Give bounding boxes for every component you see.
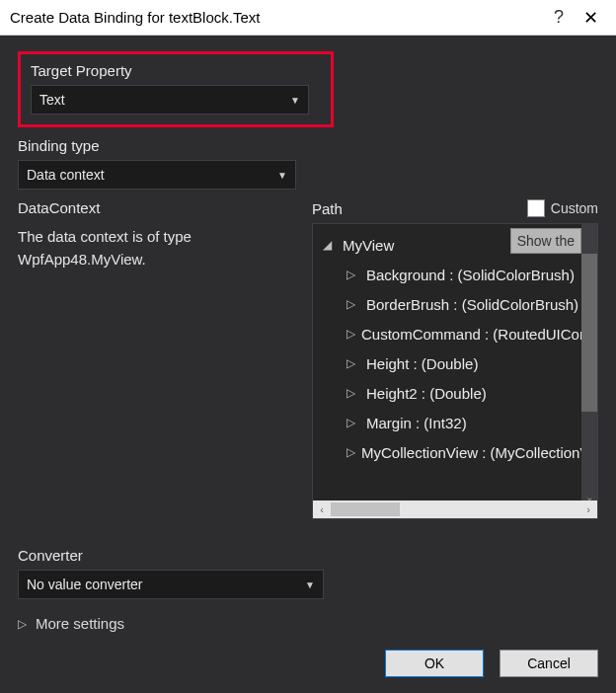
expander-icon: ▷ [18,617,32,631]
vertical-scrollbar[interactable]: ⌄ [581,224,597,502]
expander-icon[interactable]: ▷ [346,327,355,341]
more-settings-expander[interactable]: ▷ More settings [18,615,598,632]
datacontext-text: The data context is of type WpfApp48.MyV… [18,222,288,270]
tree-item[interactable]: ▷Margin : (Int32) [317,408,593,437]
cancel-button[interactable]: Cancel [500,650,598,677]
more-settings-label: More settings [36,615,124,632]
binding-type-dropdown[interactable]: Data context ▼ [18,160,296,190]
scrollbar-thumb[interactable] [331,502,400,516]
custom-label: Custom [551,200,598,216]
chevron-down-icon: ▼ [305,579,315,590]
expander-icon[interactable]: ▷ [346,356,360,370]
show-button[interactable]: Show the [510,228,581,254]
target-property-highlight: Target Property Text ▼ [18,51,334,127]
chevron-down-icon: ▼ [290,95,300,106]
horizontal-scrollbar[interactable]: ‹ › [313,500,597,518]
chevron-down-icon: ▼ [277,170,287,181]
title-bar: Create Data Binding for textBlock.Text ?… [0,0,616,36]
custom-checkbox[interactable] [527,199,545,217]
target-property-dropdown[interactable]: Text ▼ [31,85,309,115]
tree-item[interactable]: ▷Height : (Double) [317,348,593,378]
tree-item[interactable]: ▷MyCollectionView : (MyCollectionView) [317,437,593,467]
expander-icon[interactable]: ▷ [346,445,355,459]
binding-type-value: Data context [27,167,105,183]
tree-item[interactable]: ▷Height2 : (Double) [317,378,593,408]
ok-button[interactable]: OK [385,650,484,677]
dialog-title: Create Data Binding for textBlock.Text [10,9,543,26]
datacontext-label: DataContext [18,199,288,216]
scrollbar-thumb[interactable] [581,254,597,412]
expander-icon[interactable]: ▷ [346,297,360,311]
converter-value: No value converter [27,577,143,592]
expander-icon[interactable]: ▷ [346,416,360,429]
path-label: Path [312,200,343,217]
target-property-value: Text [39,92,65,108]
expander-open-icon[interactable]: ◢ [323,238,337,252]
tree-item[interactable]: ▷CustomCommand : (RoutedUICommand) [317,319,593,348]
path-tree[interactable]: Show the ◢ MyView ▷Background : (SolidCo… [312,223,598,519]
target-property-label: Target Property [31,62,321,79]
binding-type-label: Binding type [18,137,598,154]
converter-dropdown[interactable]: No value converter ▼ [18,570,324,599]
expander-icon[interactable]: ▷ [346,386,360,400]
converter-label: Converter [18,547,598,564]
tree-item[interactable]: ▷BorderBrush : (SolidColorBrush) [317,289,593,319]
scroll-right-icon[interactable]: › [579,500,597,518]
tree-item[interactable]: ▷Background : (SolidColorBrush) [317,260,593,289]
expander-icon[interactable]: ▷ [346,268,360,281]
close-button[interactable]: ✕ [575,7,606,29]
help-button[interactable]: ? [543,7,575,28]
tree-root-label: MyView [343,237,394,254]
scroll-left-icon[interactable]: ‹ [313,500,331,518]
